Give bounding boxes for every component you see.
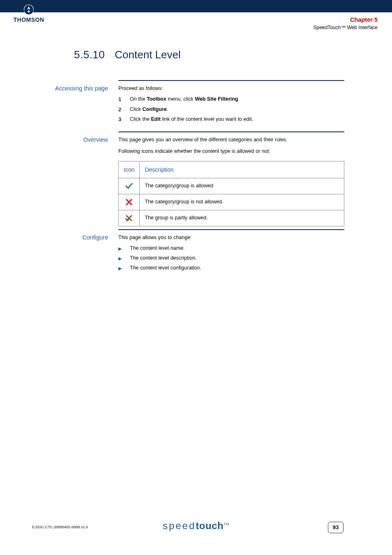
section-label-overview: Overview: [48, 136, 118, 144]
chapter-label: Chapter 5: [313, 16, 378, 23]
table-row: The group is partly allowed.: [119, 210, 344, 226]
partial-icon: [125, 214, 133, 222]
table-row: The category/group is allowed: [119, 178, 344, 194]
section-divider: [118, 131, 344, 132]
accessing-intro: Proceed as follows:: [118, 85, 163, 91]
list-item-text: The content level configuration.: [130, 264, 201, 273]
brand-logo: THOMSON: [10, 4, 47, 23]
section-divider: [118, 80, 344, 81]
list-item: ▶ The content level name.: [118, 244, 344, 253]
page-number: 93: [328, 522, 344, 533]
section-accessing: Accessing this page Proceed as follows: …: [48, 80, 344, 125]
chapter-subtitle: SpeedTouch™ Web Interface: [313, 25, 378, 30]
step-text: On the Toolbox menu, click Web Site Filt…: [130, 95, 344, 104]
step-number: 3: [118, 115, 130, 124]
step-item: 1 On the Toolbox menu, click Web Site Fi…: [118, 95, 344, 104]
table-row: The category/group is not allowed.: [119, 194, 344, 210]
cross-icon: [125, 198, 133, 206]
section-label-accessing: Accessing this page: [48, 84, 118, 92]
footer-logo-tm: TM: [224, 522, 229, 526]
page-header: Chapter 5 SpeedTouch™ Web Interface: [313, 16, 378, 30]
section-label-configure: Configure: [48, 233, 118, 242]
section-divider: [118, 229, 344, 230]
top-bar: [0, 0, 392, 12]
svg-point-1: [28, 11, 30, 13]
configure-list: ▶ The content level name. ▶ The content …: [118, 244, 344, 273]
overview-para2: Following icons indicate whether the con…: [118, 147, 344, 156]
configure-intro: This page allows you to change:: [118, 235, 192, 240]
page-title-text: Content Level: [115, 48, 180, 61]
step-text: Click Configure.: [130, 105, 344, 115]
not-allowed-icon-cell: [119, 194, 140, 210]
list-item-text: The content level description.: [130, 254, 197, 263]
footer-logo-thin: speed: [163, 520, 196, 531]
table-cell-desc: The category/group is not allowed.: [140, 194, 344, 210]
table-cell-desc: The category/group is allowed: [140, 178, 344, 194]
list-item-text: The content level name.: [130, 244, 184, 253]
table-header-row: Icon Description: [119, 161, 344, 178]
table-cell-desc: The group is partly allowed.: [140, 210, 344, 226]
list-item: ▶ The content level configuration.: [118, 264, 344, 273]
section-overview: Overview This page gives you an overview…: [48, 131, 344, 226]
bullet-icon: ▶: [118, 264, 130, 273]
allowed-icon-cell: [119, 178, 140, 194]
bullet-icon: ▶: [118, 244, 130, 253]
step-item: 3 Click the Edit link of the content lev…: [118, 115, 344, 124]
overview-para1: This page gives you an overview of the d…: [118, 136, 344, 145]
table-header-desc: Description: [140, 161, 344, 178]
step-item: 2 Click Configure.: [118, 105, 344, 115]
thomson-mark-icon: [23, 4, 34, 16]
check-icon: [125, 182, 133, 190]
section-configure: Configure This page allows you to change…: [48, 229, 344, 274]
step-number: 1: [118, 95, 130, 104]
step-number: 2: [118, 105, 130, 115]
step-text: Click the Edit link of the content level…: [130, 115, 344, 124]
page-title-number: 5.5.10: [74, 48, 105, 61]
list-item: ▶ The content level description.: [118, 254, 344, 263]
brand-text: THOMSON: [10, 16, 47, 23]
page-title: 5.5.10 Content Level: [74, 48, 181, 61]
footer-docid: E-DOC-CTC-20050401-0008 v1.0: [32, 525, 88, 529]
icon-description-table: Icon Description The category/group is a…: [118, 161, 344, 226]
table-header-icon: Icon: [119, 161, 140, 178]
partly-allowed-icon-cell: [119, 210, 140, 226]
steps-list: 1 On the Toolbox menu, click Web Site Fi…: [118, 95, 344, 124]
footer-logo: speedtouchTM: [163, 520, 229, 532]
bullet-icon: ▶: [118, 254, 130, 263]
footer-logo-bold: touch: [196, 520, 224, 531]
